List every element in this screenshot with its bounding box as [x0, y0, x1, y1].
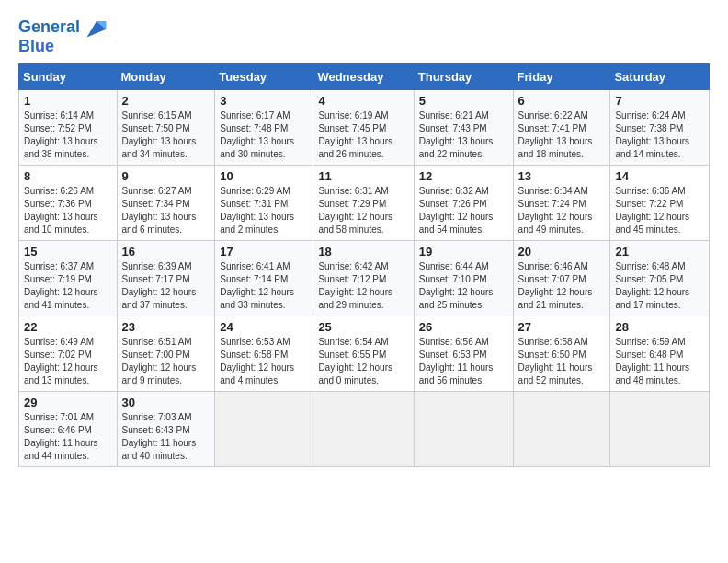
- calendar-cell: [313, 392, 414, 467]
- weekday-header-wednesday: Wednesday: [313, 64, 414, 90]
- day-info: Sunrise: 7:01 AMSunset: 6:46 PMDaylight:…: [24, 411, 112, 463]
- day-info: Sunrise: 6:58 AMSunset: 6:50 PMDaylight:…: [518, 336, 606, 387]
- day-info: Sunrise: 6:46 AMSunset: 7:07 PMDaylight:…: [518, 260, 606, 312]
- day-number: 6: [518, 94, 606, 108]
- calendar-cell: [513, 392, 610, 467]
- header: General Blue: [18, 15, 710, 56]
- day-info: Sunrise: 6:31 AMSunset: 7:29 PMDaylight:…: [318, 185, 408, 236]
- day-number: 25: [318, 320, 408, 334]
- day-number: 5: [419, 94, 508, 108]
- logo-general: General: [18, 17, 80, 36]
- day-number: 23: [122, 320, 210, 334]
- calendar-cell: [215, 392, 313, 467]
- day-info: Sunrise: 7:03 AMSunset: 6:43 PMDaylight:…: [122, 411, 210, 463]
- day-number: 1: [24, 94, 112, 108]
- calendar-cell: 30 Sunrise: 7:03 AMSunset: 6:43 PMDaylig…: [117, 392, 215, 467]
- day-info: Sunrise: 6:24 AMSunset: 7:38 PMDaylight:…: [615, 109, 704, 161]
- calendar-cell: 14 Sunrise: 6:36 AMSunset: 7:22 PMDaylig…: [610, 166, 710, 241]
- calendar-cell: [414, 392, 513, 467]
- weekday-header-row: SundayMondayTuesdayWednesdayThursdayFrid…: [19, 64, 710, 90]
- day-info: Sunrise: 6:53 AMSunset: 6:58 PMDaylight:…: [220, 336, 308, 387]
- day-info: Sunrise: 6:48 AMSunset: 7:05 PMDaylight:…: [615, 260, 704, 312]
- calendar-cell: 29 Sunrise: 7:01 AMSunset: 6:46 PMDaylig…: [19, 392, 118, 467]
- calendar-cell: 8 Sunrise: 6:26 AMSunset: 7:36 PMDayligh…: [19, 166, 118, 241]
- logo-text: General: [18, 18, 80, 37]
- day-number: 26: [419, 320, 508, 334]
- calendar-cell: 11 Sunrise: 6:31 AMSunset: 7:29 PMDaylig…: [313, 166, 414, 241]
- day-number: 29: [24, 396, 112, 409]
- weekday-header-sunday: Sunday: [19, 64, 118, 90]
- day-info: Sunrise: 6:17 AMSunset: 7:48 PMDaylight:…: [220, 109, 308, 161]
- page-container: General Blue SundayMondayTuesdayWednesda…: [0, 0, 728, 477]
- day-number: 15: [24, 245, 112, 259]
- day-number: 10: [220, 169, 308, 183]
- day-number: 4: [318, 94, 408, 108]
- day-info: Sunrise: 6:21 AMSunset: 7:43 PMDaylight:…: [419, 109, 508, 161]
- day-info: Sunrise: 6:26 AMSunset: 7:36 PMDaylight:…: [24, 185, 112, 236]
- calendar-cell: [610, 392, 710, 467]
- calendar-cell: 21 Sunrise: 6:48 AMSunset: 7:05 PMDaylig…: [610, 241, 710, 316]
- day-number: 14: [615, 169, 704, 183]
- day-info: Sunrise: 6:54 AMSunset: 6:55 PMDaylight:…: [318, 336, 408, 387]
- day-info: Sunrise: 6:22 AMSunset: 7:41 PMDaylight:…: [518, 109, 606, 161]
- calendar-cell: 5 Sunrise: 6:21 AMSunset: 7:43 PMDayligh…: [414, 90, 513, 166]
- day-number: 8: [24, 169, 112, 183]
- day-info: Sunrise: 6:39 AMSunset: 7:17 PMDaylight:…: [122, 260, 210, 312]
- day-number: 24: [220, 320, 308, 334]
- day-info: Sunrise: 6:29 AMSunset: 7:31 PMDaylight:…: [220, 185, 308, 236]
- calendar-cell: 24 Sunrise: 6:53 AMSunset: 6:58 PMDaylig…: [215, 316, 313, 392]
- weekday-header-tuesday: Tuesday: [215, 64, 313, 90]
- day-number: 17: [220, 245, 308, 259]
- day-number: 30: [122, 396, 210, 409]
- day-number: 11: [318, 169, 408, 183]
- day-number: 22: [24, 320, 112, 334]
- day-info: Sunrise: 6:56 AMSunset: 6:53 PMDaylight:…: [419, 336, 508, 387]
- day-info: Sunrise: 6:42 AMSunset: 7:12 PMDaylight:…: [318, 260, 408, 312]
- calendar-cell: 28 Sunrise: 6:59 AMSunset: 6:48 PMDaylig…: [610, 316, 710, 392]
- calendar-week-2: 8 Sunrise: 6:26 AMSunset: 7:36 PMDayligh…: [19, 166, 710, 241]
- day-info: Sunrise: 6:32 AMSunset: 7:26 PMDaylight:…: [419, 185, 508, 236]
- day-info: Sunrise: 6:14 AMSunset: 7:52 PMDaylight:…: [24, 109, 112, 161]
- calendar-cell: 2 Sunrise: 6:15 AMSunset: 7:50 PMDayligh…: [117, 90, 215, 166]
- weekday-header-thursday: Thursday: [414, 64, 513, 90]
- day-number: 27: [518, 320, 606, 334]
- calendar-cell: 22 Sunrise: 6:49 AMSunset: 7:02 PMDaylig…: [19, 316, 118, 392]
- calendar-cell: 6 Sunrise: 6:22 AMSunset: 7:41 PMDayligh…: [513, 90, 610, 166]
- logo: General Blue: [18, 15, 109, 56]
- calendar-cell: 4 Sunrise: 6:19 AMSunset: 7:45 PMDayligh…: [313, 90, 414, 166]
- day-number: 3: [220, 94, 308, 108]
- day-number: 13: [518, 169, 606, 183]
- day-number: 12: [419, 169, 508, 183]
- calendar-cell: 12 Sunrise: 6:32 AMSunset: 7:26 PMDaylig…: [414, 166, 513, 241]
- day-number: 19: [419, 245, 508, 259]
- weekday-header-friday: Friday: [513, 64, 610, 90]
- calendar-cell: 19 Sunrise: 6:44 AMSunset: 7:10 PMDaylig…: [414, 241, 513, 316]
- calendar-cell: 3 Sunrise: 6:17 AMSunset: 7:48 PMDayligh…: [215, 90, 313, 166]
- day-info: Sunrise: 6:49 AMSunset: 7:02 PMDaylight:…: [24, 336, 112, 387]
- day-info: Sunrise: 6:41 AMSunset: 7:14 PMDaylight:…: [220, 260, 308, 312]
- logo-blue: Blue: [18, 37, 54, 56]
- calendar-week-1: 1 Sunrise: 6:14 AMSunset: 7:52 PMDayligh…: [19, 90, 710, 166]
- day-info: Sunrise: 6:44 AMSunset: 7:10 PMDaylight:…: [419, 260, 508, 312]
- calendar-cell: 1 Sunrise: 6:14 AMSunset: 7:52 PMDayligh…: [19, 90, 118, 166]
- calendar-cell: 26 Sunrise: 6:56 AMSunset: 6:53 PMDaylig…: [414, 316, 513, 392]
- day-number: 20: [518, 245, 606, 259]
- day-info: Sunrise: 6:34 AMSunset: 7:24 PMDaylight:…: [518, 185, 606, 236]
- day-info: Sunrise: 6:27 AMSunset: 7:34 PMDaylight:…: [122, 185, 210, 236]
- calendar-cell: 18 Sunrise: 6:42 AMSunset: 7:12 PMDaylig…: [313, 241, 414, 316]
- calendar-table: SundayMondayTuesdayWednesdayThursdayFrid…: [18, 63, 710, 467]
- calendar-cell: 27 Sunrise: 6:58 AMSunset: 6:50 PMDaylig…: [513, 316, 610, 392]
- day-number: 2: [122, 94, 210, 108]
- day-number: 18: [318, 245, 408, 259]
- calendar-cell: 17 Sunrise: 6:41 AMSunset: 7:14 PMDaylig…: [215, 241, 313, 316]
- day-info: Sunrise: 6:19 AMSunset: 7:45 PMDaylight:…: [318, 109, 408, 161]
- day-info: Sunrise: 6:51 AMSunset: 7:00 PMDaylight:…: [122, 336, 210, 387]
- weekday-header-monday: Monday: [117, 64, 215, 90]
- calendar-cell: 23 Sunrise: 6:51 AMSunset: 7:00 PMDaylig…: [117, 316, 215, 392]
- calendar-cell: 13 Sunrise: 6:34 AMSunset: 7:24 PMDaylig…: [513, 166, 610, 241]
- day-number: 16: [122, 245, 210, 259]
- calendar-week-3: 15 Sunrise: 6:37 AMSunset: 7:19 PMDaylig…: [19, 241, 710, 316]
- logo-icon: [84, 15, 109, 40]
- calendar-cell: 16 Sunrise: 6:39 AMSunset: 7:17 PMDaylig…: [117, 241, 215, 316]
- calendar-week-5: 29 Sunrise: 7:01 AMSunset: 6:46 PMDaylig…: [19, 392, 710, 467]
